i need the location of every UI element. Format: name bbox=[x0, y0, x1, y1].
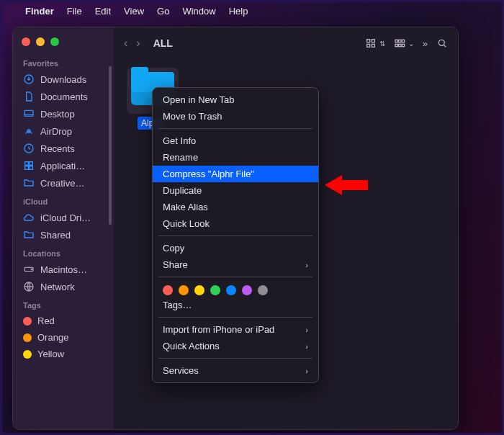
menu-separator bbox=[158, 128, 312, 129]
sidebar-item-label: Macintos… bbox=[40, 264, 87, 275]
svg-rect-4 bbox=[25, 162, 29, 166]
disk-icon bbox=[23, 264, 35, 275]
menu-file[interactable]: File bbox=[67, 6, 82, 17]
tag-color-blue[interactable] bbox=[226, 285, 236, 295]
minimize-window-icon[interactable] bbox=[36, 37, 45, 46]
svg-rect-15 bbox=[395, 40, 397, 42]
sidebar-item-label: Red bbox=[37, 315, 55, 326]
tag-dot-icon bbox=[23, 350, 32, 359]
sidebar-item-macintosh-hd[interactable]: Macintos… bbox=[13, 261, 114, 278]
menu-edit[interactable]: Edit bbox=[95, 6, 111, 17]
tag-color-gray[interactable] bbox=[258, 285, 268, 295]
sidebar-item-documents[interactable]: Documents bbox=[13, 88, 114, 105]
toolbar-overflow-button[interactable]: » bbox=[423, 38, 428, 49]
svg-point-9 bbox=[31, 269, 32, 269]
folder-icon bbox=[23, 177, 35, 189]
menu-separator bbox=[158, 277, 312, 277]
download-icon bbox=[23, 73, 35, 85]
fullscreen-window-icon[interactable] bbox=[50, 37, 59, 46]
menu-tags[interactable]: Tags… bbox=[153, 297, 318, 313]
sidebar-item-shared[interactable]: Shared bbox=[13, 226, 114, 243]
tag-color-yellow[interactable] bbox=[194, 285, 204, 295]
menu-make-alias[interactable]: Make Alias bbox=[153, 199, 318, 215]
sidebar-item-network[interactable]: Network bbox=[13, 278, 114, 295]
menu-open-new-tab[interactable]: Open in New Tab bbox=[153, 91, 318, 108]
sidebar-item-label: Desktop bbox=[40, 109, 75, 120]
sidebar-item-label: AirDrop bbox=[40, 126, 72, 137]
svg-rect-12 bbox=[372, 40, 374, 42]
sidebar-item-label: Yellow bbox=[37, 349, 64, 359]
menu-compress[interactable]: Compress "Alphr File" bbox=[153, 166, 318, 182]
svg-rect-13 bbox=[366, 44, 369, 47]
airdrop-icon bbox=[23, 125, 35, 137]
menu-move-to-trash[interactable]: Move to Trash bbox=[153, 108, 318, 125]
menu-go[interactable]: Go bbox=[157, 6, 169, 17]
sidebar-item-label: Shared bbox=[40, 230, 71, 241]
sidebar-item-icloud-drive[interactable]: iCloud Dri… bbox=[13, 209, 114, 226]
tag-color-orange[interactable] bbox=[179, 285, 189, 295]
sidebar-section-icloud: iCloud bbox=[13, 192, 114, 209]
svg-rect-16 bbox=[398, 40, 400, 42]
menu-get-info[interactable]: Get Info bbox=[153, 133, 318, 149]
sidebar-item-desktop[interactable]: Desktop bbox=[13, 105, 114, 122]
tag-color-red[interactable] bbox=[163, 285, 173, 295]
sidebar-tag-yellow[interactable]: Yellow bbox=[13, 346, 114, 362]
svg-rect-18 bbox=[395, 44, 397, 46]
menu-help[interactable]: Help bbox=[229, 6, 248, 17]
back-button[interactable]: ‹ bbox=[124, 37, 127, 50]
menu-item-label: Quick Look bbox=[163, 218, 210, 229]
tag-dot-icon bbox=[23, 333, 32, 342]
menu-item-label: Move to Trash bbox=[163, 111, 222, 122]
svg-rect-7 bbox=[30, 166, 33, 170]
desktop-icon bbox=[23, 108, 35, 120]
sidebar-item-recents[interactable]: Recents bbox=[13, 140, 114, 157]
menu-copy[interactable]: Copy bbox=[153, 240, 318, 256]
menu-duplicate[interactable]: Duplicate bbox=[153, 182, 318, 199]
sidebar: Favorites Downloads Documents Desktop Ai… bbox=[13, 27, 114, 429]
sidebar-tag-orange[interactable]: Orange bbox=[13, 329, 114, 346]
sidebar-item-label: Network bbox=[40, 282, 75, 292]
menu-item-label: Copy bbox=[163, 243, 184, 254]
sidebar-item-downloads[interactable]: Downloads bbox=[13, 71, 114, 88]
arrow-body bbox=[342, 180, 368, 190]
menu-rename[interactable]: Rename bbox=[153, 149, 318, 166]
menu-services[interactable]: Services› bbox=[153, 362, 318, 379]
svg-point-21 bbox=[438, 40, 444, 45]
menu-item-label: Quick Actions bbox=[163, 341, 220, 351]
chevron-updown-icon: ⇅ bbox=[379, 40, 385, 48]
menu-share[interactable]: Share› bbox=[153, 256, 318, 273]
menu-item-label: Compress "Alphr File" bbox=[163, 169, 254, 179]
context-menu: Open in New Tab Move to Trash Get Info R… bbox=[152, 87, 319, 383]
sidebar-item-creative[interactable]: Creative… bbox=[13, 174, 114, 192]
menu-item-label: Tags… bbox=[163, 300, 192, 310]
group-by-button[interactable]: ⌄ bbox=[394, 37, 414, 49]
menubar-app-name[interactable]: Finder bbox=[25, 6, 54, 17]
toolbar: ‹ › ALL ⇅ ⌄ » bbox=[114, 27, 458, 59]
menu-view[interactable]: View bbox=[124, 6, 144, 17]
menu-quick-look[interactable]: Quick Look bbox=[153, 215, 318, 232]
menu-quick-actions[interactable]: Quick Actions› bbox=[153, 338, 318, 354]
globe-icon bbox=[23, 281, 35, 292]
menu-item-label: Duplicate bbox=[163, 185, 202, 196]
sidebar-item-airdrop[interactable]: AirDrop bbox=[13, 122, 114, 140]
close-window-icon[interactable] bbox=[22, 37, 30, 46]
svg-rect-20 bbox=[402, 44, 404, 46]
sidebar-item-applications[interactable]: Applicati… bbox=[13, 157, 114, 174]
chevron-right-icon: › bbox=[305, 326, 308, 334]
sidebar-item-label: iCloud Dri… bbox=[40, 212, 91, 223]
tag-color-green[interactable] bbox=[210, 285, 220, 295]
menu-separator bbox=[158, 358, 312, 359]
menu-window[interactable]: Window bbox=[182, 6, 215, 17]
forward-button[interactable]: › bbox=[136, 37, 140, 50]
clock-icon bbox=[23, 143, 35, 154]
view-icons-button[interactable]: ⇅ bbox=[365, 37, 385, 49]
sidebar-tag-red[interactable]: Red bbox=[13, 313, 114, 329]
window-title: ALL bbox=[153, 37, 173, 49]
menu-item-label: Rename bbox=[163, 152, 198, 163]
annotation-arrow bbox=[325, 175, 368, 195]
menu-import-iphone[interactable]: Import from iPhone or iPad› bbox=[153, 321, 318, 338]
shared-folder-icon bbox=[23, 229, 35, 241]
search-button[interactable] bbox=[436, 37, 448, 49]
menu-item-label: Get Info bbox=[163, 135, 196, 146]
tag-color-purple[interactable] bbox=[242, 285, 252, 295]
